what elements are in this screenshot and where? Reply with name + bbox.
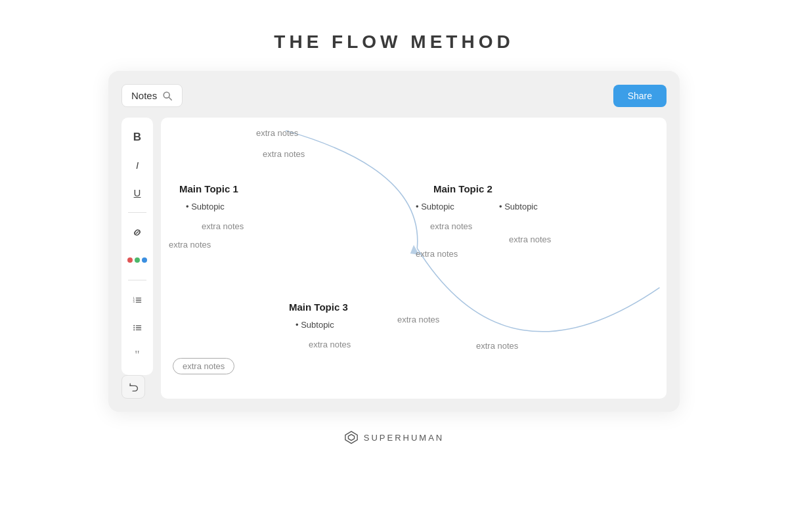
extra-notes-topic2b: extra notes — [509, 234, 551, 244]
main-topic-3: Main Topic 3 — [289, 301, 348, 313]
toolbar-divider — [128, 212, 146, 213]
extra-notes-topic3a: extra notes — [309, 340, 351, 349]
subtopic-4: Subtopic — [296, 320, 334, 330]
unordered-list-button[interactable] — [127, 317, 148, 338]
extra-notes-topic3c: extra notes — [476, 341, 518, 351]
app-body: B I U — [121, 118, 667, 399]
flow-canvas[interactable]: Main Topic 1 Subtopic extra notes extra … — [161, 118, 667, 399]
subtopic-3: Subtopic — [499, 202, 538, 211]
extra-notes-main1: extra notes — [202, 221, 244, 231]
main-topic-2: Main Topic 2 — [433, 183, 492, 194]
subtopic-2: Subtopic — [416, 202, 454, 211]
extra-notes-topic3b: extra notes — [397, 315, 439, 324]
subtopic-1: Subtopic — [186, 202, 225, 211]
svg-point-11 — [133, 325, 135, 326]
ordered-list-button[interactable]: 1 2 3 — [127, 290, 148, 311]
italic-button[interactable]: I — [127, 154, 148, 175]
flow-curves — [161, 118, 667, 399]
blue-dot — [142, 257, 147, 263]
app-header: Notes Share — [121, 84, 667, 107]
toolbar-divider-2 — [128, 280, 146, 280]
share-button[interactable]: Share — [613, 85, 667, 107]
svg-text:3: 3 — [133, 300, 135, 303]
search-icon — [162, 91, 173, 101]
extra-notes-near-arrow: extra notes — [263, 149, 305, 159]
page-title: THE FLOW METHOD — [274, 32, 514, 53]
svg-marker-16 — [348, 434, 354, 440]
svg-point-13 — [133, 329, 135, 330]
green-dot — [135, 257, 140, 263]
extra-notes-top: extra notes — [256, 128, 298, 138]
app-container: Notes Share B I U — [108, 71, 680, 412]
footer: SUPERHUMAN — [344, 430, 444, 445]
svg-marker-15 — [345, 432, 357, 443]
svg-line-1 — [169, 97, 171, 100]
superhuman-logo-icon — [344, 430, 359, 445]
extra-notes-left: extra notes — [169, 240, 211, 250]
underline-button[interactable]: U — [127, 182, 148, 203]
red-dot — [127, 257, 133, 263]
undo-button[interactable] — [121, 375, 145, 399]
extra-notes-topic2a: extra notes — [430, 221, 472, 231]
brand-label: SUPERHUMAN — [364, 433, 444, 443]
notes-search-bar[interactable]: Notes — [121, 84, 183, 107]
bold-button[interactable]: B — [127, 127, 148, 148]
svg-point-12 — [133, 327, 135, 328]
color-palette-button[interactable] — [127, 250, 148, 271]
link-button[interactable] — [127, 222, 148, 243]
formatting-toolbar: B I U — [121, 118, 153, 375]
main-topic-1: Main Topic 1 — [179, 183, 238, 194]
extra-notes-circled: extra notes — [173, 358, 234, 374]
extra-notes-topic2c: extra notes — [416, 249, 458, 259]
quote-button[interactable]: " — [127, 345, 148, 366]
notes-label: Notes — [131, 90, 157, 101]
